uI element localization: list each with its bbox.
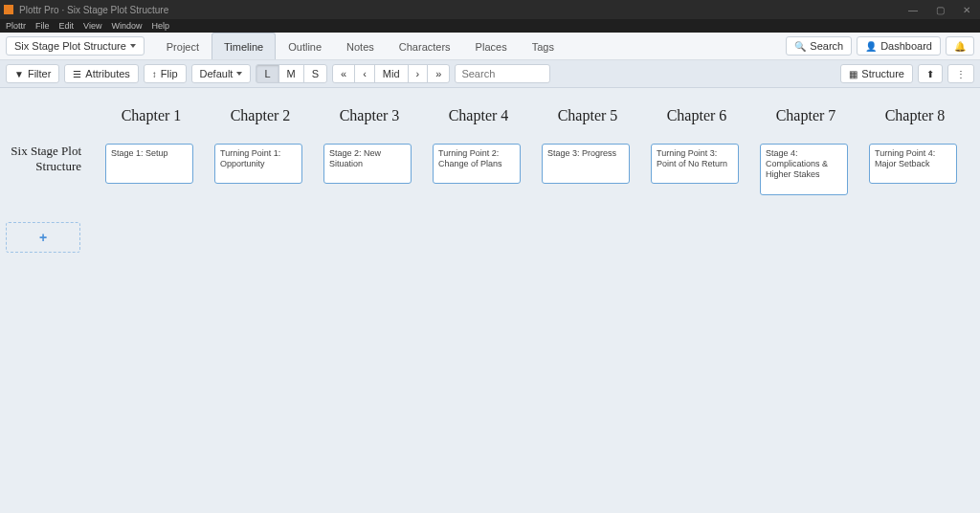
list-icon: ☰ [73, 69, 81, 79]
filter-button[interactable]: ▼ Filter [6, 64, 59, 83]
zoom-medium[interactable]: M [278, 64, 304, 83]
plotline-label[interactable]: Six Stage Plot Structure [0, 144, 81, 173]
menu-edit[interactable]: Edit [59, 21, 75, 31]
export-button[interactable]: ⬆ [918, 64, 943, 83]
more-button[interactable]: ⋮ [947, 64, 974, 83]
global-search-button[interactable]: 🔍 Search [786, 36, 852, 56]
nav-group: « ‹ Mid › » [332, 64, 450, 83]
add-plotline-button[interactable]: + [6, 222, 80, 253]
nav-mid[interactable]: Mid [374, 64, 409, 83]
tab-project[interactable]: Project [154, 33, 212, 59]
window-maximize-button[interactable]: ▢ [926, 0, 953, 19]
book-dropdown[interactable]: Six Stage Plot Structure [6, 36, 145, 56]
zoom-small[interactable]: S [303, 64, 327, 83]
chapter-header-5[interactable]: Chapter 5 [540, 107, 635, 124]
kebab-icon: ⋮ [956, 69, 966, 79]
scene-card-5[interactable]: Stage 3: Progress [542, 144, 630, 184]
scene-card-7[interactable]: Stage 4: Complications & Higher Stakes [760, 144, 848, 195]
app-logo [4, 5, 13, 14]
window-titlebar: Plottr Pro · Six Stage Plot Structure — … [0, 0, 980, 19]
chapter-header-2[interactable]: Chapter 2 [212, 107, 308, 124]
structure-button[interactable]: ▦ Structure [840, 64, 913, 83]
tab-timeline[interactable]: Timeline [212, 33, 276, 59]
chapter-header-8[interactable]: Chapter 8 [867, 107, 963, 124]
bell-icon: 🔔 [954, 41, 966, 52]
nav-last[interactable]: » [427, 64, 450, 83]
chapter-header-3[interactable]: Chapter 3 [322, 107, 417, 124]
tab-places[interactable]: Places [463, 33, 520, 59]
timeline-workspace[interactable]: Chapter 1 Chapter 2 Chapter 3 Chapter 4 … [0, 88, 980, 513]
zoom-group: L M S [256, 64, 327, 83]
secondary-toolbar: ▼ Filter ☰ Attributes ↕ Flip Default L M… [0, 60, 980, 88]
person-icon: 👤 [865, 41, 877, 52]
chapter-header-1[interactable]: Chapter 1 [103, 107, 199, 124]
export-icon: ⬆ [926, 69, 934, 79]
menu-bar: Plottr File Edit View Window Help [0, 19, 980, 33]
notifications-button[interactable]: 🔔 [946, 36, 974, 56]
caret-down-icon [236, 72, 242, 76]
search-icon: 🔍 [794, 41, 806, 52]
chapter-header-6[interactable]: Chapter 6 [649, 107, 745, 124]
primary-toolbar: Six Stage Plot Structure Project Timelin… [0, 33, 980, 60]
chapter-header-7[interactable]: Chapter 7 [758, 107, 854, 124]
flip-icon: ↕ [152, 69, 157, 79]
filter-icon: ▼ [14, 69, 24, 79]
menu-help[interactable]: Help [151, 21, 169, 31]
scene-card-1[interactable]: Stage 1: Setup [105, 144, 193, 184]
default-dropdown[interactable]: Default [191, 64, 252, 83]
chapter-header-4[interactable]: Chapter 4 [431, 107, 526, 124]
main-tabs: Project Timeline Outline Notes Character… [154, 33, 567, 59]
menu-plottr[interactable]: Plottr [6, 21, 26, 31]
menu-file[interactable]: File [35, 21, 50, 31]
grid-icon: ▦ [849, 69, 858, 79]
dashboard-button[interactable]: 👤 Dashboard [857, 36, 941, 56]
attributes-button[interactable]: ☰ Attributes [64, 64, 138, 83]
nav-prev[interactable]: ‹ [354, 64, 375, 83]
scene-card-4[interactable]: Turning Point 2: Change of Plans [433, 144, 521, 184]
caret-down-icon [130, 44, 136, 48]
zoom-large[interactable]: L [256, 64, 278, 83]
window-close-button[interactable]: ✕ [953, 0, 980, 19]
menu-window[interactable]: Window [111, 21, 142, 31]
flip-button[interactable]: ↕ Flip [144, 64, 187, 83]
tab-outline[interactable]: Outline [276, 33, 334, 59]
scene-card-8[interactable]: Turning Point 4: Major Setback [869, 144, 957, 184]
scene-card-3[interactable]: Stage 2: New Situation [323, 144, 412, 184]
menu-view[interactable]: View [83, 21, 101, 31]
scene-card-6[interactable]: Turning Point 3: Point of No Return [651, 144, 739, 184]
tab-notes[interactable]: Notes [334, 33, 387, 59]
nav-next[interactable]: › [408, 64, 429, 83]
tab-characters[interactable]: Characters [387, 33, 463, 59]
timeline-search-input[interactable] [455, 64, 550, 83]
window-title: Plottr Pro · Six Stage Plot Structure [19, 5, 168, 15]
window-minimize-button[interactable]: — [900, 0, 926, 19]
scene-card-2[interactable]: Turning Point 1: Opportunity [214, 144, 302, 184]
nav-first[interactable]: « [332, 64, 355, 83]
tab-tags[interactable]: Tags [520, 33, 567, 59]
